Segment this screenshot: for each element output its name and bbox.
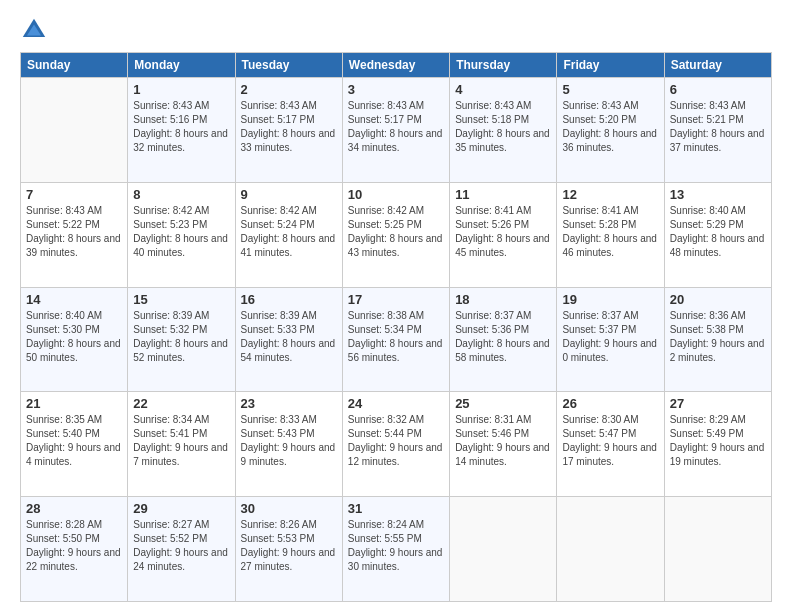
calendar-cell: 13Sunrise: 8:40 AM Sunset: 5:29 PM Dayli… [664, 182, 771, 287]
day-number: 25 [455, 396, 551, 411]
day-detail: Sunrise: 8:39 AM Sunset: 5:33 PM Dayligh… [241, 309, 337, 365]
calendar-cell: 10Sunrise: 8:42 AM Sunset: 5:25 PM Dayli… [342, 182, 449, 287]
day-detail: Sunrise: 8:34 AM Sunset: 5:41 PM Dayligh… [133, 413, 229, 469]
calendar-cell [450, 497, 557, 602]
calendar-cell: 17Sunrise: 8:38 AM Sunset: 5:34 PM Dayli… [342, 287, 449, 392]
calendar-cell: 27Sunrise: 8:29 AM Sunset: 5:49 PM Dayli… [664, 392, 771, 497]
day-number: 19 [562, 292, 658, 307]
day-number: 23 [241, 396, 337, 411]
week-row-3: 21Sunrise: 8:35 AM Sunset: 5:40 PM Dayli… [21, 392, 772, 497]
day-detail: Sunrise: 8:40 AM Sunset: 5:30 PM Dayligh… [26, 309, 122, 365]
day-number: 29 [133, 501, 229, 516]
day-detail: Sunrise: 8:37 AM Sunset: 5:36 PM Dayligh… [455, 309, 551, 365]
day-detail: Sunrise: 8:32 AM Sunset: 5:44 PM Dayligh… [348, 413, 444, 469]
day-number: 13 [670, 187, 766, 202]
calendar-cell: 24Sunrise: 8:32 AM Sunset: 5:44 PM Dayli… [342, 392, 449, 497]
day-number: 17 [348, 292, 444, 307]
calendar-cell: 14Sunrise: 8:40 AM Sunset: 5:30 PM Dayli… [21, 287, 128, 392]
day-detail: Sunrise: 8:41 AM Sunset: 5:28 PM Dayligh… [562, 204, 658, 260]
day-detail: Sunrise: 8:43 AM Sunset: 5:17 PM Dayligh… [241, 99, 337, 155]
day-number: 3 [348, 82, 444, 97]
day-detail: Sunrise: 8:43 AM Sunset: 5:22 PM Dayligh… [26, 204, 122, 260]
weekday-tuesday: Tuesday [235, 53, 342, 78]
calendar-cell: 29Sunrise: 8:27 AM Sunset: 5:52 PM Dayli… [128, 497, 235, 602]
calendar-cell: 16Sunrise: 8:39 AM Sunset: 5:33 PM Dayli… [235, 287, 342, 392]
calendar-cell: 6Sunrise: 8:43 AM Sunset: 5:21 PM Daylig… [664, 78, 771, 183]
day-number: 28 [26, 501, 122, 516]
calendar-cell: 19Sunrise: 8:37 AM Sunset: 5:37 PM Dayli… [557, 287, 664, 392]
calendar-cell: 3Sunrise: 8:43 AM Sunset: 5:17 PM Daylig… [342, 78, 449, 183]
calendar-cell [557, 497, 664, 602]
day-number: 15 [133, 292, 229, 307]
week-row-4: 28Sunrise: 8:28 AM Sunset: 5:50 PM Dayli… [21, 497, 772, 602]
logo-icon [20, 16, 48, 44]
day-number: 9 [241, 187, 337, 202]
calendar-cell: 26Sunrise: 8:30 AM Sunset: 5:47 PM Dayli… [557, 392, 664, 497]
logo [20, 16, 52, 44]
day-number: 12 [562, 187, 658, 202]
calendar-cell: 21Sunrise: 8:35 AM Sunset: 5:40 PM Dayli… [21, 392, 128, 497]
day-detail: Sunrise: 8:39 AM Sunset: 5:32 PM Dayligh… [133, 309, 229, 365]
day-detail: Sunrise: 8:35 AM Sunset: 5:40 PM Dayligh… [26, 413, 122, 469]
day-number: 11 [455, 187, 551, 202]
day-detail: Sunrise: 8:42 AM Sunset: 5:23 PM Dayligh… [133, 204, 229, 260]
day-number: 4 [455, 82, 551, 97]
day-number: 10 [348, 187, 444, 202]
weekday-thursday: Thursday [450, 53, 557, 78]
day-detail: Sunrise: 8:36 AM Sunset: 5:38 PM Dayligh… [670, 309, 766, 365]
day-detail: Sunrise: 8:38 AM Sunset: 5:34 PM Dayligh… [348, 309, 444, 365]
calendar-table: SundayMondayTuesdayWednesdayThursdayFrid… [20, 52, 772, 602]
calendar-cell: 28Sunrise: 8:28 AM Sunset: 5:50 PM Dayli… [21, 497, 128, 602]
calendar-cell: 5Sunrise: 8:43 AM Sunset: 5:20 PM Daylig… [557, 78, 664, 183]
day-detail: Sunrise: 8:31 AM Sunset: 5:46 PM Dayligh… [455, 413, 551, 469]
calendar-cell: 22Sunrise: 8:34 AM Sunset: 5:41 PM Dayli… [128, 392, 235, 497]
day-number: 5 [562, 82, 658, 97]
day-number: 20 [670, 292, 766, 307]
day-number: 31 [348, 501, 444, 516]
day-detail: Sunrise: 8:42 AM Sunset: 5:24 PM Dayligh… [241, 204, 337, 260]
day-detail: Sunrise: 8:33 AM Sunset: 5:43 PM Dayligh… [241, 413, 337, 469]
day-number: 21 [26, 396, 122, 411]
day-number: 7 [26, 187, 122, 202]
calendar-cell: 2Sunrise: 8:43 AM Sunset: 5:17 PM Daylig… [235, 78, 342, 183]
day-detail: Sunrise: 8:29 AM Sunset: 5:49 PM Dayligh… [670, 413, 766, 469]
day-number: 6 [670, 82, 766, 97]
page: SundayMondayTuesdayWednesdayThursdayFrid… [0, 0, 792, 612]
day-number: 14 [26, 292, 122, 307]
day-number: 27 [670, 396, 766, 411]
day-number: 24 [348, 396, 444, 411]
calendar-cell: 15Sunrise: 8:39 AM Sunset: 5:32 PM Dayli… [128, 287, 235, 392]
calendar-cell: 7Sunrise: 8:43 AM Sunset: 5:22 PM Daylig… [21, 182, 128, 287]
day-detail: Sunrise: 8:43 AM Sunset: 5:18 PM Dayligh… [455, 99, 551, 155]
day-number: 30 [241, 501, 337, 516]
calendar-cell: 31Sunrise: 8:24 AM Sunset: 5:55 PM Dayli… [342, 497, 449, 602]
calendar-cell: 23Sunrise: 8:33 AM Sunset: 5:43 PM Dayli… [235, 392, 342, 497]
calendar-cell: 30Sunrise: 8:26 AM Sunset: 5:53 PM Dayli… [235, 497, 342, 602]
day-detail: Sunrise: 8:26 AM Sunset: 5:53 PM Dayligh… [241, 518, 337, 574]
week-row-1: 7Sunrise: 8:43 AM Sunset: 5:22 PM Daylig… [21, 182, 772, 287]
calendar-cell [21, 78, 128, 183]
calendar-cell: 1Sunrise: 8:43 AM Sunset: 5:16 PM Daylig… [128, 78, 235, 183]
day-detail: Sunrise: 8:41 AM Sunset: 5:26 PM Dayligh… [455, 204, 551, 260]
week-row-2: 14Sunrise: 8:40 AM Sunset: 5:30 PM Dayli… [21, 287, 772, 392]
weekday-friday: Friday [557, 53, 664, 78]
calendar-cell: 9Sunrise: 8:42 AM Sunset: 5:24 PM Daylig… [235, 182, 342, 287]
day-detail: Sunrise: 8:43 AM Sunset: 5:16 PM Dayligh… [133, 99, 229, 155]
weekday-wednesday: Wednesday [342, 53, 449, 78]
calendar-cell: 12Sunrise: 8:41 AM Sunset: 5:28 PM Dayli… [557, 182, 664, 287]
calendar-cell: 11Sunrise: 8:41 AM Sunset: 5:26 PM Dayli… [450, 182, 557, 287]
day-detail: Sunrise: 8:30 AM Sunset: 5:47 PM Dayligh… [562, 413, 658, 469]
calendar-cell: 25Sunrise: 8:31 AM Sunset: 5:46 PM Dayli… [450, 392, 557, 497]
day-number: 22 [133, 396, 229, 411]
day-detail: Sunrise: 8:40 AM Sunset: 5:29 PM Dayligh… [670, 204, 766, 260]
calendar-cell: 8Sunrise: 8:42 AM Sunset: 5:23 PM Daylig… [128, 182, 235, 287]
day-number: 26 [562, 396, 658, 411]
day-number: 18 [455, 292, 551, 307]
day-detail: Sunrise: 8:43 AM Sunset: 5:20 PM Dayligh… [562, 99, 658, 155]
weekday-monday: Monday [128, 53, 235, 78]
calendar-cell [664, 497, 771, 602]
day-detail: Sunrise: 8:42 AM Sunset: 5:25 PM Dayligh… [348, 204, 444, 260]
day-detail: Sunrise: 8:43 AM Sunset: 5:21 PM Dayligh… [670, 99, 766, 155]
day-number: 8 [133, 187, 229, 202]
day-detail: Sunrise: 8:27 AM Sunset: 5:52 PM Dayligh… [133, 518, 229, 574]
